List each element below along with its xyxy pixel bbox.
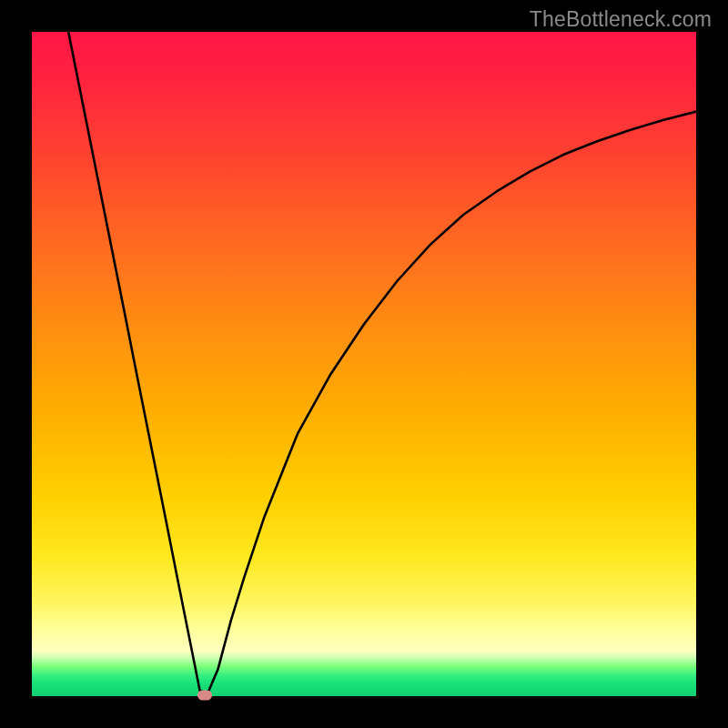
optimum-marker: [197, 690, 212, 700]
bottleneck-curve: [68, 32, 696, 693]
plot-area: [32, 32, 696, 696]
outer-frame: TheBottleneck.com: [0, 0, 728, 728]
curve-svg: [32, 32, 696, 696]
watermark-text: TheBottleneck.com: [530, 7, 712, 32]
